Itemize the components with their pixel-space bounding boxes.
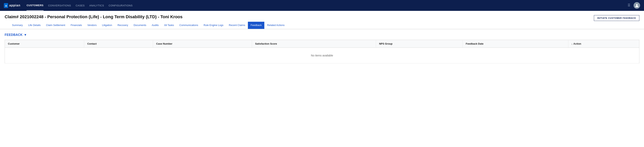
section-header: FEEDBACK ▼ (5, 33, 639, 37)
nav-link-cases[interactable]: CASES (76, 1, 85, 11)
feedback-table: CustomerContactCase NumberSatisfaction S… (5, 40, 639, 63)
nav-left: a appian CUSTOMERSCONVERSATIONSCASESANAL… (4, 1, 132, 11)
tab-vendors[interactable]: Vendors (84, 22, 99, 29)
tab-claim-settlement[interactable]: Claim Settlement (43, 22, 68, 29)
main-content: Claim# 2021002248 - Personal Protection … (0, 11, 644, 147)
tab-recovery[interactable]: Recovery (115, 22, 131, 29)
col-feedback-date: Feedback Date (462, 40, 568, 48)
logo-text: appian (9, 4, 20, 7)
page-title: Claim# 2021002248 - Personal Protection … (5, 14, 292, 19)
nav-link-customers[interactable]: CUSTOMERS (26, 1, 43, 11)
sub-tabs: SummaryLife DetailsClaim SettlementFinan… (5, 22, 292, 29)
nav-links: CUSTOMERSCONVERSATIONSCASESANALYTICSCONF… (26, 1, 132, 11)
tab-summary[interactable]: Summary (9, 22, 26, 29)
tab-all-tasks[interactable]: All Tasks (162, 22, 177, 29)
col-customer: Customer (5, 40, 84, 48)
section-title: FEEDBACK (5, 33, 23, 37)
feedback-section: FEEDBACK ▼ CustomerContactCase NumberSat… (0, 29, 644, 67)
nav-link-configurations[interactable]: CONFIGURATIONS (108, 1, 132, 11)
tab-litigation[interactable]: Litigation (99, 22, 115, 29)
tab-feedback[interactable]: Feedback (248, 22, 264, 29)
tab-communications[interactable]: Communications (177, 22, 201, 29)
table-body: No items available (5, 48, 639, 63)
logo: a appian (4, 3, 20, 8)
avatar[interactable] (634, 2, 640, 9)
col-label-6: Action (573, 42, 581, 45)
col-satisfaction-score: Satisfaction Score (252, 40, 376, 48)
col-contact: Contact (84, 40, 153, 48)
tab-related-actions[interactable]: Related Actions (264, 22, 287, 29)
tab-audits[interactable]: Audits (149, 22, 162, 29)
initiate-feedback-button[interactable]: INITIATE CUSTOMER FEEDBACK (594, 15, 639, 21)
tab-recent-claims[interactable]: Recent Claims (226, 22, 248, 29)
tab-rule-engine-logs[interactable]: Rule Engine Logs (201, 22, 226, 29)
page-header-left: Claim# 2021002248 - Personal Protection … (5, 14, 292, 29)
nav-right: ⠿ (628, 2, 640, 9)
nav-link-conversations[interactable]: CONVERSATIONS (48, 1, 71, 11)
col-case-number: Case Number (153, 40, 252, 48)
table-header: CustomerContactCase NumberSatisfaction S… (5, 40, 639, 48)
grid-icon[interactable]: ⠿ (628, 3, 630, 8)
page-header: Claim# 2021002248 - Personal Protection … (0, 11, 644, 29)
col-action[interactable]: ↓Action (568, 40, 639, 48)
table-header-row: CustomerContactCase NumberSatisfaction S… (5, 40, 639, 48)
top-nav: a appian CUSTOMERSCONVERSATIONSCASESANAL… (0, 0, 644, 11)
nav-link-analytics[interactable]: ANALYTICS (90, 1, 104, 11)
col-nps-group: NPS Group (376, 40, 462, 48)
tab-life-details[interactable]: Life Details (26, 22, 43, 29)
filter-icon[interactable]: ▼ (24, 33, 27, 37)
table-empty-row: No items available (5, 48, 639, 63)
logo-box: a (4, 3, 8, 8)
tab-documents[interactable]: Documents (131, 22, 149, 29)
no-items-text: No items available (5, 48, 639, 63)
tab-financials[interactable]: Financials (68, 22, 85, 29)
svg-point-0 (636, 4, 638, 6)
